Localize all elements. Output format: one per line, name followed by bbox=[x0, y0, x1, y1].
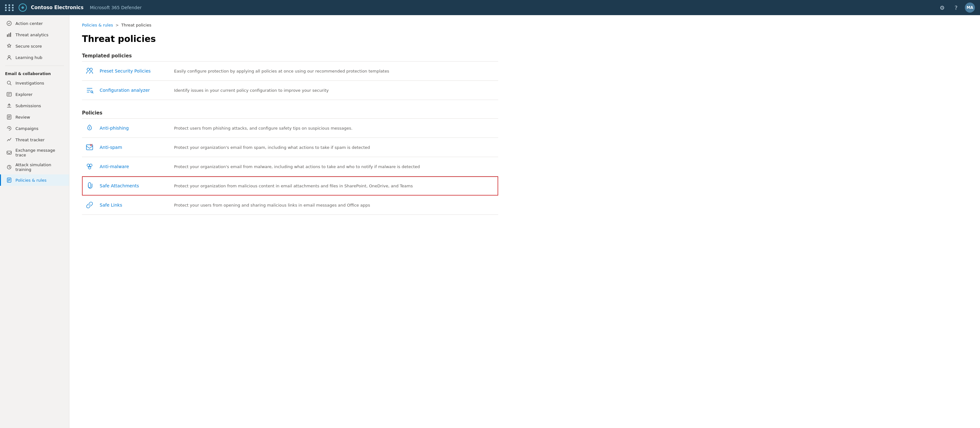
safe-attachments-icon bbox=[84, 181, 95, 191]
policy-row-safe-links[interactable]: Safe Links Protect your users from openi… bbox=[82, 196, 498, 215]
investigations-icon bbox=[6, 80, 12, 86]
policy-row-preset-security[interactable]: Preset Security Policies Easily configur… bbox=[82, 62, 498, 81]
policy-name[interactable]: Anti-spam bbox=[100, 145, 169, 150]
policies-rules-icon bbox=[6, 177, 12, 183]
sidebar-label: Campaigns bbox=[16, 126, 38, 131]
anti-spam-icon bbox=[84, 142, 95, 152]
templated-policy-list: Preset Security Policies Easily configur… bbox=[82, 61, 498, 100]
sidebar-item-threat-analytics[interactable]: Threat analytics bbox=[0, 29, 69, 40]
config-analyzer-icon bbox=[84, 85, 95, 95]
svg-point-16 bbox=[89, 128, 90, 129]
policy-name[interactable]: Safe Links bbox=[100, 202, 169, 208]
explorer-icon bbox=[6, 91, 12, 97]
anti-phishing-icon bbox=[84, 123, 95, 133]
campaigns-icon bbox=[6, 125, 12, 132]
sidebar-item-secure-score[interactable]: Secure score bbox=[0, 40, 69, 52]
sidebar-item-policies-rules[interactable]: Policies & rules bbox=[0, 174, 69, 186]
svg-rect-2 bbox=[7, 34, 8, 37]
policy-description: Identify issues in your current policy c… bbox=[174, 88, 496, 93]
safe-links-icon bbox=[84, 200, 95, 210]
app-name: Microsoft 365 Defender bbox=[90, 5, 142, 10]
sidebar: Action center Threat analytics Secure sc… bbox=[0, 15, 69, 428]
templated-policies-section-title: Templated policies bbox=[82, 53, 498, 59]
breadcrumb-current: Threat policies bbox=[121, 23, 151, 27]
policy-name[interactable]: Safe Attachments bbox=[100, 183, 169, 188]
svg-point-13 bbox=[87, 68, 89, 71]
help-icon[interactable]: ? bbox=[951, 3, 961, 13]
sidebar-label: Investigations bbox=[16, 81, 44, 86]
company-logo bbox=[18, 3, 27, 12]
policy-name[interactable]: Anti-malware bbox=[100, 164, 169, 169]
sidebar-item-learning-hub[interactable]: Learning hub bbox=[0, 52, 69, 63]
sidebar-item-investigations[interactable]: Investigations bbox=[0, 77, 69, 89]
sidebar-divider bbox=[5, 65, 64, 66]
svg-point-20 bbox=[87, 164, 89, 167]
policy-row-config-analyzer[interactable]: Configuration analyzer Identify issues i… bbox=[82, 81, 498, 100]
review-icon bbox=[6, 114, 12, 120]
sidebar-item-submissions[interactable]: Submissions bbox=[0, 100, 69, 111]
user-avatar[interactable]: MA bbox=[965, 3, 975, 13]
sidebar-item-exchange-message-trace[interactable]: Exchange message trace bbox=[0, 145, 69, 160]
sidebar-label: Threat tracker bbox=[16, 137, 45, 142]
svg-point-9 bbox=[8, 128, 10, 129]
sidebar-label: Threat analytics bbox=[16, 32, 49, 37]
sidebar-label: Submissions bbox=[16, 103, 41, 108]
sidebar-label: Policies & rules bbox=[16, 178, 46, 183]
threat-tracker-icon bbox=[6, 137, 12, 143]
topbar: Contoso Electronics Microsoft 365 Defend… bbox=[0, 0, 980, 15]
attack-simulation-icon bbox=[6, 164, 12, 170]
breadcrumb: Policies & rules > Threat policies bbox=[82, 23, 498, 27]
svg-rect-4 bbox=[10, 32, 11, 37]
sidebar-label: Review bbox=[16, 115, 30, 119]
breadcrumb-separator: > bbox=[115, 23, 119, 27]
policies-section-title: Policies bbox=[82, 110, 498, 116]
sidebar-item-campaigns[interactable]: Campaigns bbox=[0, 123, 69, 134]
sidebar-label: Explorer bbox=[16, 92, 32, 97]
policy-description: Protect your users from opening and shar… bbox=[174, 203, 496, 208]
layout: Action center Threat analytics Secure sc… bbox=[0, 15, 980, 428]
sidebar-item-review[interactable]: Review bbox=[0, 111, 69, 123]
sidebar-item-explorer[interactable]: Explorer bbox=[0, 89, 69, 100]
svg-point-14 bbox=[90, 68, 92, 71]
policy-description: Easily configure protection by applying … bbox=[174, 69, 496, 73]
learning-hub-icon bbox=[6, 54, 12, 60]
sidebar-label: Attack simulation training bbox=[16, 162, 64, 172]
sidebar-item-attack-simulation[interactable]: Attack simulation training bbox=[0, 160, 69, 174]
sidebar-label: Exchange message trace bbox=[16, 148, 64, 158]
exchange-icon bbox=[6, 150, 12, 156]
company-name: Contoso Electronics bbox=[31, 5, 84, 10]
main-content: Policies & rules > Threat policies Threa… bbox=[69, 15, 980, 428]
policy-row-anti-phishing[interactable]: Anti-phishing Protect users from phishin… bbox=[82, 119, 498, 138]
anti-malware-icon bbox=[84, 161, 95, 172]
secure-score-icon bbox=[6, 43, 12, 49]
sidebar-label: Secure score bbox=[16, 44, 42, 49]
sidebar-item-threat-tracker[interactable]: Threat tracker bbox=[0, 134, 69, 145]
policy-row-anti-malware[interactable]: Anti-malware Protect your organization's… bbox=[82, 157, 498, 176]
submissions-icon bbox=[6, 102, 12, 109]
action-center-icon bbox=[6, 20, 12, 27]
policy-description: Protect users from phishing attacks, and… bbox=[174, 126, 496, 130]
app-launcher-button[interactable] bbox=[5, 5, 14, 11]
policy-list: Anti-phishing Protect users from phishin… bbox=[82, 118, 498, 215]
policy-row-anti-spam[interactable]: Anti-spam Protect your organization's em… bbox=[82, 138, 498, 157]
preset-security-icon bbox=[84, 66, 95, 76]
svg-rect-3 bbox=[8, 33, 10, 37]
policy-description: Protect your organization from malicious… bbox=[174, 183, 496, 188]
policy-row-safe-attachments[interactable]: Safe Attachments Protect your organizati… bbox=[82, 176, 498, 196]
threat-analytics-icon bbox=[6, 32, 12, 38]
svg-point-5 bbox=[8, 56, 10, 57]
breadcrumb-link[interactable]: Policies & rules bbox=[82, 23, 113, 27]
policy-description: Protect your organization's email from s… bbox=[174, 145, 496, 150]
sidebar-label: Action center bbox=[16, 21, 43, 26]
sidebar-item-action-center[interactable]: Action center bbox=[0, 18, 69, 29]
policy-name[interactable]: Anti-phishing bbox=[100, 126, 169, 130]
policy-description: Protect your organization's email from m… bbox=[174, 164, 496, 169]
svg-point-21 bbox=[89, 164, 92, 167]
policy-name[interactable]: Preset Security Policies bbox=[100, 68, 169, 73]
settings-icon[interactable]: ⚙ bbox=[937, 3, 947, 13]
sidebar-label: Learning hub bbox=[16, 55, 42, 60]
sidebar-section-email: Email & collaboration bbox=[0, 68, 69, 77]
svg-rect-7 bbox=[7, 92, 11, 96]
page-title: Threat policies bbox=[82, 34, 498, 44]
policy-name[interactable]: Configuration analyzer bbox=[100, 88, 169, 93]
